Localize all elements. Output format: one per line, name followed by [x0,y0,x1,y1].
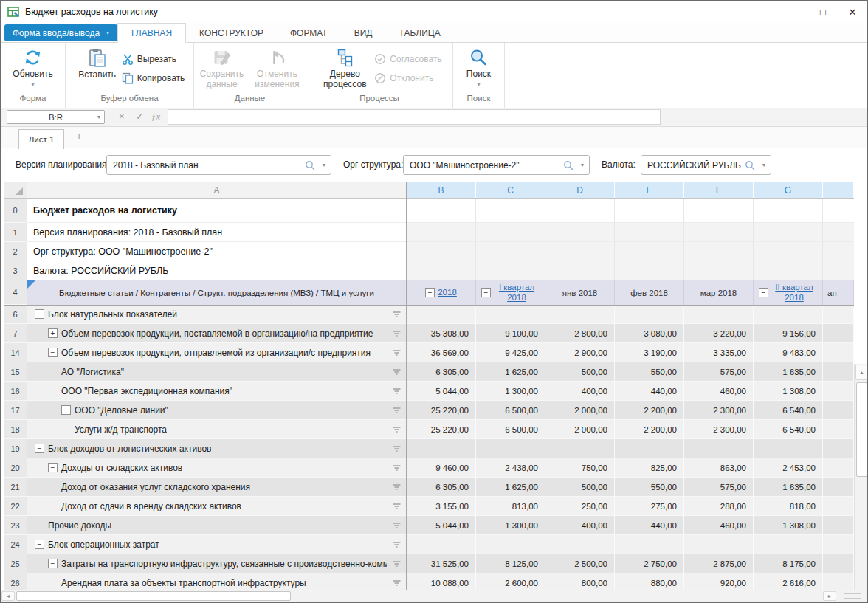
scroll-right-arrow[interactable]: ► [823,591,836,601]
column-header-F[interactable]: F [684,182,754,198]
filter-icon[interactable] [392,464,402,472]
column-header-C[interactable]: C [476,182,545,198]
frozen-pane-divider[interactable] [406,182,407,590]
empty-cells[interactable] [407,199,854,223]
value-cell[interactable] [476,439,545,458]
column-header-B[interactable]: B [407,182,476,198]
value-cell[interactable] [823,554,854,573]
quarter-link[interactable]: I квартал 2018 [494,283,540,303]
row-label-cell[interactable]: −Блок операционных затрат [27,535,407,554]
value-cell[interactable] [823,401,854,420]
filter-icon[interactable] [392,387,402,395]
filter-icon[interactable] [392,483,402,491]
row-number[interactable]: 17 [4,401,27,420]
vertical-scroll-thumb[interactable] [856,382,867,477]
value-cell[interactable]: 1 635,00 [754,362,823,382]
row-number[interactable]: 22 [4,497,27,516]
value-cell[interactable]: 250,00 [545,497,615,516]
value-cell[interactable]: 9 483,00 [754,343,823,362]
empty-cells[interactable] [407,261,854,280]
empty-cells[interactable] [407,223,854,242]
value-cell[interactable]: 1 300,00 [476,382,545,401]
value-cell[interactable]: 6 500,00 [476,401,545,420]
row-number[interactable]: 6 [4,305,27,324]
horizontal-scroll-thumb[interactable] [16,591,291,601]
row-label-cell[interactable]: −Блок натуральных показателей [27,305,407,324]
row-label-cell[interactable]: Доход от сдачи в аренду складских активо… [27,497,407,516]
value-cell[interactable]: 36 569,00 [407,343,476,362]
row-label-cell[interactable]: ООО "Первая экспедиционная компания" [27,382,407,401]
value-cell[interactable]: 2 800,00 [545,324,615,343]
value-cell[interactable]: 25 220,00 [407,420,476,439]
planning-version-combo[interactable]: 2018 - Базовый план ▾ [106,155,331,175]
value-cell[interactable]: 880,00 [615,573,684,590]
header-cell-feb[interactable]: фев 2018 [615,280,684,305]
value-cell[interactable] [615,535,684,554]
value-cell[interactable]: 818,00 [754,497,823,516]
collapse-toggle[interactable]: − [48,463,58,472]
value-cell[interactable]: 863,00 [684,458,754,478]
filter-icon[interactable] [392,330,402,337]
value-cell[interactable] [823,497,854,516]
value-cell[interactable]: 2 000,00 [545,401,615,420]
function-icon[interactable]: ƒx [151,111,160,123]
header-cell-q1[interactable]: − I квартал 2018 [476,280,545,305]
value-cell[interactable] [615,439,684,458]
row-label-cell[interactable]: +Объем перевозок продукции, поставляемой… [27,324,407,343]
row-number[interactable]: 25 [4,554,27,573]
header-cell-q2[interactable]: − II квартал 2018 [754,280,823,305]
value-cell[interactable]: 2 600,00 [476,573,545,590]
value-cell[interactable]: 6 500,00 [476,420,545,439]
quarter-link[interactable]: II квартал 2018 [771,283,817,303]
value-cell[interactable] [823,516,854,535]
value-cell[interactable]: 2 900,00 [545,343,615,362]
row-label-cell[interactable]: −Блок доходов от логистических активов [27,439,407,458]
value-cell[interactable] [545,439,615,458]
value-cell[interactable]: 2 200,00 [615,420,684,439]
value-cell[interactable]: 9 100,00 [476,324,545,343]
filter-icon[interactable] [392,426,402,433]
row-number[interactable]: 4 [4,280,27,305]
cut-button[interactable]: Вырезать [122,53,176,65]
value-cell[interactable] [823,324,854,343]
value-cell[interactable] [823,478,854,497]
value-cell[interactable]: 400,00 [545,516,615,535]
value-cell[interactable]: 400,00 [545,382,615,401]
tab-vid[interactable]: ВИД [341,23,386,43]
filter-icon[interactable] [392,368,402,376]
value-cell[interactable]: 1 308,00 [754,516,823,535]
row-number[interactable]: 21 [4,478,27,497]
tab-format[interactable]: ФОРМАТ [277,23,341,43]
cancel-icon[interactable]: × [119,111,125,122]
value-cell[interactable]: 920,00 [684,573,754,590]
value-cell[interactable]: 2 200,00 [615,401,684,420]
org-structure-combo[interactable]: ООО "Машиностроение-2" ▾ [403,155,590,175]
value-cell[interactable] [823,458,854,478]
column-header-partial[interactable] [823,182,854,198]
value-cell[interactable]: 3 220,00 [684,324,754,343]
search-icon[interactable] [743,160,757,170]
row-number[interactable]: 15 [4,362,27,382]
empty-cells[interactable] [407,242,854,261]
tab-tablica[interactable]: ТАБЛИЦА [385,23,453,43]
collapse-toggle[interactable]: − [759,288,768,297]
value-cell[interactable] [823,305,854,324]
year-link[interactable]: 2018 [438,288,457,298]
horizontal-scrollbar[interactable]: ◄ ► [1,590,867,602]
filter-icon[interactable] [392,311,402,318]
value-cell[interactable]: 6 305,00 [407,362,476,382]
filter-icon[interactable] [392,349,402,356]
value-cell[interactable]: 575,00 [684,478,754,497]
row-label-cell[interactable]: −Затраты на транспортную инфраструктуру,… [27,554,407,573]
value-cell[interactable] [823,343,854,362]
search-icon[interactable] [303,160,317,170]
value-cell[interactable]: 8 125,00 [476,554,545,573]
value-cell[interactable] [407,305,476,324]
collapse-toggle[interactable]: − [48,559,58,568]
value-cell[interactable]: 813,00 [476,497,545,516]
value-cell[interactable]: 1 635,00 [754,478,823,497]
value-cell[interactable] [476,305,545,324]
value-cell[interactable]: 8 175,00 [754,554,823,573]
value-cell[interactable] [545,305,615,324]
value-cell[interactable]: 440,00 [615,382,684,401]
